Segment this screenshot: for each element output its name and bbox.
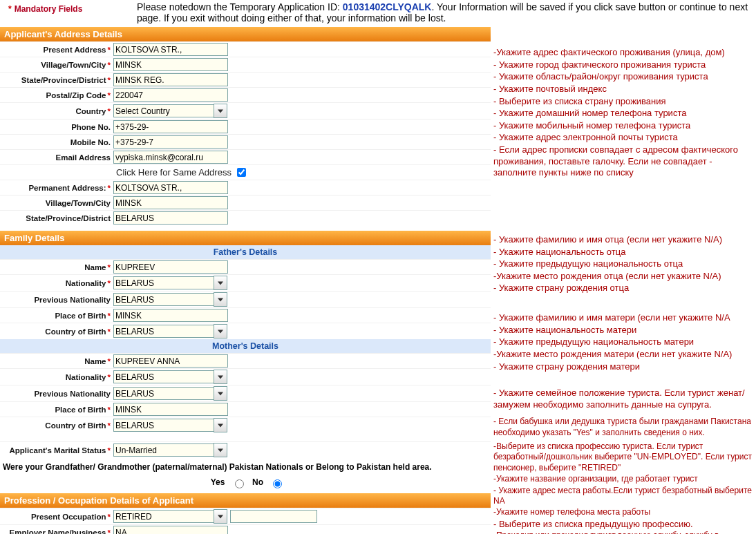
present-occ-extra-input[interactable] bbox=[230, 510, 317, 523]
lbl-mother-nat: Nationality* bbox=[0, 373, 113, 381]
instruction-text: - Укажите национальность матери bbox=[493, 325, 753, 336]
instruction-text: - Укажите страну рождения матери bbox=[493, 361, 753, 373]
father-pob-input[interactable] bbox=[113, 309, 228, 322]
subsection-mother: Mother's Details bbox=[0, 339, 491, 353]
perm-state-input[interactable] bbox=[113, 211, 228, 225]
state-input[interactable] bbox=[113, 73, 228, 86]
perm-address-input[interactable] bbox=[113, 181, 228, 194]
instruction-text: -Укажите адрес фактического проживания (… bbox=[493, 47, 753, 59]
lbl-marital: Applicant's Marital Status* bbox=[0, 446, 113, 455]
same-address-label: Click Here for Same Address bbox=[116, 167, 231, 178]
email-input[interactable] bbox=[113, 151, 228, 164]
instruction-text: -Укажите номер телефона места работы bbox=[493, 507, 753, 517]
subsection-father: Father's Details bbox=[0, 245, 491, 259]
lbl-perm-village: Village/Town/City bbox=[0, 199, 113, 207]
postal-input[interactable] bbox=[113, 88, 228, 102]
lbl-mobile: Mobile No. bbox=[0, 138, 113, 146]
pakistan-no-radio[interactable] bbox=[273, 479, 282, 488]
lbl-father-nat: Nationality* bbox=[0, 279, 113, 287]
father-nat-select[interactable] bbox=[113, 276, 214, 289]
instruction-text: - Укажите семейное положение туриста. Ес… bbox=[493, 388, 753, 410]
lbl-village: Village/Town/City* bbox=[0, 61, 113, 69]
chevron-down-icon[interactable] bbox=[214, 386, 227, 401]
mother-pob-input[interactable] bbox=[113, 403, 228, 416]
chevron-down-icon[interactable] bbox=[214, 418, 227, 432]
instruction-text: - Укажите предыдущую национальность мате… bbox=[493, 336, 753, 348]
chevron-down-icon[interactable] bbox=[214, 443, 227, 457]
pak-yes-label: Yes bbox=[211, 477, 225, 487]
lbl-present-occ: Present Occupation* bbox=[0, 513, 113, 521]
app-id-notice: Please notedown the Temporary Applicatio… bbox=[137, 0, 756, 26]
lbl-mother-cob: Country of Birth* bbox=[0, 421, 113, 430]
father-prev-select[interactable] bbox=[113, 293, 214, 306]
instruction-text: - Выберите из списка страну проживания bbox=[493, 96, 753, 108]
lbl-mother-pob: Place of Birth* bbox=[0, 406, 113, 414]
mother-nat-select[interactable] bbox=[113, 370, 214, 383]
lbl-mother-name: Name* bbox=[0, 357, 113, 365]
instruction-text: - Если адрес прописки совпадает с адресо… bbox=[493, 144, 753, 179]
instruction-text: - Укажите почтовый индекс bbox=[493, 84, 753, 95]
mother-name-input[interactable] bbox=[113, 354, 228, 368]
instruction-text: - Укажите адрес места работы.Если турист… bbox=[493, 486, 753, 507]
lbl-father-prev: Previous Nationality bbox=[0, 296, 113, 304]
lbl-mother-prev: Previous Nationality bbox=[0, 390, 113, 398]
section-profession: Profession / Occupation Details of Appli… bbox=[0, 493, 491, 508]
instruction-text: - Укажите фамилию и имя отца (если нет у… bbox=[493, 234, 753, 246]
pak-no-label: No bbox=[252, 477, 263, 487]
application-id: 01031402CLYQALK bbox=[343, 1, 432, 12]
instruction-text: - Если бабушка или дедушка туриста были … bbox=[493, 417, 753, 438]
lbl-country: Country* bbox=[0, 107, 113, 115]
instruction-text: - Укажите домашний номер телефона турист… bbox=[493, 108, 753, 120]
lbl-postal: Postal/Zip Code* bbox=[0, 91, 113, 99]
lbl-employer: Employer Name/business* bbox=[0, 528, 113, 535]
chevron-down-icon[interactable] bbox=[214, 324, 227, 338]
instruction-text: - Укажите страну рождения отца bbox=[493, 283, 753, 294]
mobile-input[interactable] bbox=[113, 135, 228, 149]
instruction-text: - Укажите национальность отца bbox=[493, 247, 753, 258]
instruction-text: -Укажите место рождения отца (если нет у… bbox=[493, 271, 753, 283]
chevron-down-icon[interactable] bbox=[214, 370, 227, 384]
instruction-text: - Укажите область/район/округ проживания… bbox=[493, 71, 753, 83]
father-cob-select[interactable] bbox=[113, 325, 214, 338]
instruction-text: - Укажите предыдущую национальность отца bbox=[493, 258, 753, 270]
lbl-present-address: Present Address* bbox=[0, 46, 113, 54]
lbl-phone: Phone No. bbox=[0, 123, 113, 131]
present-address-input[interactable] bbox=[113, 43, 228, 56]
pakistan-question: Were your Grandfather/ Grandmother (pate… bbox=[0, 458, 491, 476]
instruction-text: - Укажите адрес электронной почты турист… bbox=[493, 132, 753, 144]
chevron-down-icon[interactable] bbox=[214, 292, 227, 307]
instruction-text: - Укажите фамилию и имя матери (если нет… bbox=[493, 312, 753, 324]
chevron-down-icon[interactable] bbox=[214, 104, 227, 118]
lbl-father-name: Name* bbox=[0, 263, 113, 271]
phone-input[interactable] bbox=[113, 120, 228, 133]
instruction-text: -Укажите название организации, где работ… bbox=[493, 474, 753, 484]
lbl-email: Email Address bbox=[0, 153, 113, 162]
employer-input[interactable] bbox=[113, 526, 228, 534]
village-input[interactable] bbox=[113, 58, 228, 71]
present-occ-select[interactable] bbox=[113, 510, 214, 523]
lbl-state: State/Province/District* bbox=[0, 76, 113, 84]
mother-prev-select[interactable] bbox=[113, 387, 214, 400]
lbl-father-pob: Place of Birth* bbox=[0, 312, 113, 320]
father-name-input[interactable] bbox=[113, 260, 228, 274]
lbl-father-cob: Country of Birth* bbox=[0, 327, 113, 336]
lbl-perm-state: State/Province/District bbox=[0, 214, 113, 222]
instruction-text: - Укажите город фактического проживания … bbox=[493, 59, 753, 71]
instruction-text: -Укажите место рождения матери (если нет… bbox=[493, 349, 753, 361]
section-address: Applicant's Address Details bbox=[0, 26, 491, 41]
instruction-text: -Проходит или проходил турист военную сл… bbox=[493, 531, 753, 534]
same-address-checkbox[interactable] bbox=[237, 168, 246, 177]
lbl-perm-address: Permanent Address:* bbox=[0, 184, 113, 192]
marital-select[interactable] bbox=[113, 444, 214, 457]
mandatory-fields-label: *Mandatory Fields bbox=[0, 0, 137, 26]
pakistan-yes-radio[interactable] bbox=[235, 479, 244, 488]
section-family: Family Details bbox=[0, 230, 491, 245]
instruction-text: - Укажите мобильный номер телефона турис… bbox=[493, 120, 753, 132]
chevron-down-icon[interactable] bbox=[214, 509, 227, 524]
instruction-text: -Выберите из списка профессию туриста. Е… bbox=[493, 441, 753, 473]
country-select[interactable] bbox=[113, 104, 214, 117]
perm-village-input[interactable] bbox=[113, 196, 228, 209]
mother-cob-select[interactable] bbox=[113, 419, 214, 432]
chevron-down-icon[interactable] bbox=[214, 276, 227, 290]
instruction-text: - Выберите из списка предыдущую професси… bbox=[493, 519, 753, 531]
